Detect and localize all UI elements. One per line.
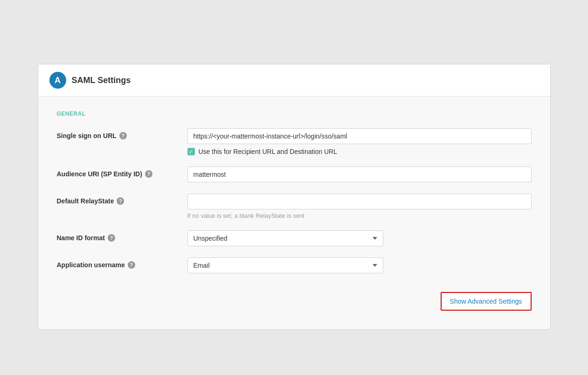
sso-checkbox[interactable]: ✓ [187,148,195,155]
checkmark-icon: ✓ [189,149,193,154]
sso-checkbox-label: Use this for Recipient URL and Destinati… [199,148,338,155]
control-col-relay: If no value is set, a blank RelayState i… [187,194,532,219]
label-col-appuser: Application username ? [57,257,187,269]
control-col-sso: ✓ Use this for Recipient URL and Destina… [187,128,532,155]
sso-help-icon[interactable]: ? [119,132,127,139]
nameid-help-icon[interactable]: ? [108,234,115,242]
audience-uri-input[interactable] [187,167,532,182]
footer-row: Show Advanced Settings [57,285,532,311]
label-col-sso: Single sign on URL ? [57,128,187,139]
section-label: GENERAL [57,111,532,117]
audience-help-icon[interactable]: ? [145,170,152,178]
label-col-nameid: Name ID format ? [57,230,187,242]
appuser-help-icon[interactable]: ? [128,261,135,269]
avatar: A [49,72,66,89]
show-advanced-settings-button[interactable]: Show Advanced Settings [441,292,532,311]
relay-state-group: Default RelayState ? If no value is set,… [57,194,532,219]
page-container: A SAML Settings GENERAL Single sign on U… [9,9,579,375]
control-col-appuser: Email Username Custom [187,257,532,273]
relay-help-icon[interactable]: ? [117,197,124,205]
card-body: GENERAL Single sign on URL ? ✓ Use thi [38,97,550,329]
saml-settings-card: A SAML Settings GENERAL Single sign on U… [38,64,551,330]
app-username-group: Application username ? Email Username Cu… [57,257,532,273]
sso-url-input[interactable] [187,128,532,144]
name-id-format-group: Name ID format ? Unspecified EmailAddres… [57,230,532,246]
audience-label: Audience URI (SP Entity ID) ? [57,170,187,178]
application-username-select[interactable]: Email Username Custom [187,257,383,273]
card-header: A SAML Settings [38,64,550,97]
label-col-relay: Default RelayState ? [57,194,187,205]
single-sign-on-group: Single sign on URL ? ✓ Use this for Reci… [57,128,532,155]
name-id-format-select[interactable]: Unspecified EmailAddress Persistent Tran… [187,230,383,246]
card-title: SAML Settings [72,76,131,85]
relay-state-hint: If no value is set, a blank RelayState i… [187,212,532,219]
relay-state-input[interactable] [187,194,532,209]
control-col-nameid: Unspecified EmailAddress Persistent Tran… [187,230,532,246]
control-col-audience [187,167,532,182]
nameid-label: Name ID format ? [57,234,187,242]
relay-label: Default RelayState ? [57,197,187,205]
label-col-audience: Audience URI (SP Entity ID) ? [57,167,187,178]
appuser-label: Application username ? [57,261,187,269]
sso-label: Single sign on URL ? [57,132,187,139]
sso-checkbox-row: ✓ Use this for Recipient URL and Destina… [187,148,532,155]
audience-uri-group: Audience URI (SP Entity ID) ? [57,167,532,182]
